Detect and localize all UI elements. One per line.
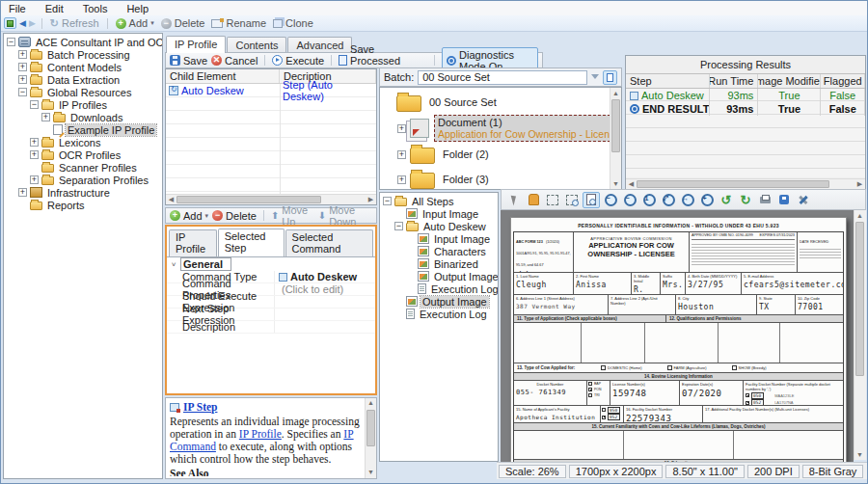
move-down-button[interactable]: ⬇Move Down bbox=[318, 204, 372, 228]
expander-icon[interactable] bbox=[7, 38, 15, 46]
viewer-tool[interactable] bbox=[505, 192, 523, 208]
refresh-button[interactable]: ↻Refresh bbox=[48, 17, 101, 30]
expander-icon[interactable] bbox=[397, 175, 406, 184]
expander-icon[interactable] bbox=[30, 150, 39, 159]
viewer-tool[interactable] bbox=[621, 192, 638, 208]
steps-tree-item[interactable]: Output Image bbox=[380, 270, 498, 282]
property-row[interactable]: Description bbox=[167, 321, 375, 334]
results-row[interactable]: END RESULT 93ms True False bbox=[626, 102, 865, 116]
add-button[interactable]: +Add▾ bbox=[114, 17, 156, 29]
nav-tree-item[interactable]: Downloads bbox=[4, 111, 162, 123]
profile-tab[interactable]: Contents bbox=[227, 37, 286, 53]
viewer-vscrollbar[interactable]: ▲▼ bbox=[854, 210, 866, 460]
viewer-tool[interactable] bbox=[737, 192, 754, 208]
grid-row-auto-deskew[interactable]: Auto Deskew Step (Auto Deskew) bbox=[166, 84, 376, 97]
batch-tree-item[interactable]: Folder (2) bbox=[380, 142, 609, 167]
steps-tree-item[interactable]: Characters bbox=[380, 245, 498, 257]
nav-tree-item[interactable]: Global Resources bbox=[4, 86, 162, 98]
nav-tree-item[interactable]: Lexicons bbox=[4, 136, 162, 148]
column-header-image-modified[interactable]: Image Modified bbox=[758, 74, 821, 88]
rename-button[interactable]: Rename bbox=[209, 17, 268, 29]
viewer-tool[interactable] bbox=[775, 192, 793, 208]
viewer-tool[interactable] bbox=[698, 192, 716, 208]
save-button[interactable]: Save bbox=[170, 55, 207, 67]
viewer-tool[interactable] bbox=[525, 192, 542, 208]
steps-tree-item[interactable]: Input Image bbox=[380, 232, 498, 245]
viewer-tool[interactable] bbox=[583, 192, 600, 208]
move-up-button[interactable]: ⬆Move Up bbox=[271, 204, 314, 228]
expander-icon[interactable] bbox=[394, 222, 403, 230]
menu-item[interactable]: Edit bbox=[45, 3, 64, 14]
execute-button[interactable]: Execute bbox=[272, 55, 324, 67]
nav-tree-item[interactable]: Reports bbox=[4, 199, 162, 211]
cancel-button[interactable]: ✕Cancel bbox=[211, 55, 258, 67]
navigator-icon[interactable] bbox=[4, 17, 16, 29]
property-row[interactable]: Next Step Expression bbox=[167, 309, 375, 321]
help-vscrollbar[interactable]: ▲▼ bbox=[365, 398, 376, 478]
nav-tree-item[interactable]: Example IP Profile bbox=[4, 123, 162, 136]
batch-tree-item[interactable]: 00 Source Set bbox=[380, 90, 609, 115]
batch-tree-item[interactable]: Document (1)Application for Cow Ownershi… bbox=[380, 115, 609, 142]
steps-tree-item[interactable]: Auto Deskew bbox=[380, 220, 498, 232]
steps-tree-item[interactable]: Execution Log bbox=[380, 282, 498, 295]
expander-icon[interactable] bbox=[18, 75, 27, 84]
expander-icon[interactable] bbox=[18, 88, 27, 96]
viewer-tool[interactable] bbox=[640, 192, 658, 208]
step-delete-button[interactable]: −Delete bbox=[212, 210, 257, 222]
expander-icon[interactable] bbox=[18, 63, 27, 71]
steps-tree-item[interactable]: All Steps bbox=[380, 195, 498, 207]
batch-tree-item[interactable]: Folder (3) bbox=[380, 167, 609, 189]
nav-tree-item[interactable]: ACE Consultant IP and OCR bbox=[4, 36, 162, 48]
steps-tree-item[interactable]: Output Image bbox=[380, 295, 498, 308]
property-value[interactable]: (Click to edit) bbox=[275, 283, 375, 295]
viewer-tool[interactable] bbox=[718, 192, 735, 208]
expander-icon[interactable] bbox=[41, 113, 50, 121]
nav-tree-item[interactable]: Batch Processing bbox=[4, 48, 162, 61]
step-add-dropdown-icon[interactable]: ▾ bbox=[205, 212, 209, 220]
expander-icon[interactable] bbox=[18, 50, 27, 59]
results-row[interactable]: Auto Deskew 93ms True False bbox=[626, 89, 865, 102]
expander-icon[interactable] bbox=[397, 124, 406, 133]
column-header-child-element[interactable]: Child Element bbox=[166, 69, 280, 83]
back-button[interactable]: ◀ bbox=[19, 17, 26, 29]
viewer-tool[interactable] bbox=[795, 192, 812, 208]
nav-tree-item[interactable]: Infrastructure bbox=[4, 186, 162, 199]
menu-item[interactable]: File bbox=[9, 3, 26, 14]
delete-button[interactable]: −Delete bbox=[159, 17, 207, 29]
nav-tree-item[interactable]: Separation Profiles bbox=[4, 174, 162, 186]
nav-tree-item[interactable]: Data Extraction bbox=[4, 73, 162, 86]
expander-icon[interactable] bbox=[383, 197, 392, 205]
batch-vscrollbar[interactable]: ▲▼ bbox=[610, 88, 621, 189]
expander-icon[interactable] bbox=[18, 188, 27, 197]
viewer-tool[interactable] bbox=[679, 192, 696, 208]
expander-icon[interactable] bbox=[397, 150, 406, 159]
ip-step-link[interactable]: IP Step bbox=[183, 401, 217, 414]
property-value[interactable]: Auto Deskew bbox=[275, 271, 375, 282]
step-add-button[interactable]: +Add▾ bbox=[170, 210, 208, 222]
expander-icon[interactable] bbox=[30, 175, 39, 184]
clone-button[interactable]: Clone bbox=[271, 17, 315, 29]
forward-button[interactable]: ▶ bbox=[29, 17, 36, 29]
step-tab[interactable]: IP Profile bbox=[169, 229, 217, 256]
nav-tree-item[interactable]: OCR Profiles bbox=[4, 148, 162, 161]
column-header-flagged[interactable]: Flagged bbox=[821, 74, 865, 88]
expander-icon[interactable] bbox=[30, 100, 39, 109]
nav-tree-item[interactable]: IP Profiles bbox=[4, 98, 162, 111]
column-header-step[interactable]: Step bbox=[626, 74, 710, 88]
steps-tree-item[interactable]: Input Image bbox=[380, 207, 498, 220]
batch-combo[interactable]: 00 Source Set bbox=[418, 70, 587, 85]
nav-tree-item[interactable]: Scanner Profiles bbox=[4, 161, 162, 174]
steps-tree-item[interactable]: Binarized bbox=[380, 257, 498, 270]
page-view-button[interactable] bbox=[603, 70, 617, 85]
steps-tree-item[interactable]: Execution Log bbox=[380, 308, 498, 320]
expander-icon[interactable] bbox=[30, 138, 39, 147]
viewer-tool[interactable] bbox=[544, 192, 561, 208]
menu-item[interactable]: Tools bbox=[83, 3, 108, 14]
step-tab[interactable]: Selected Command bbox=[285, 229, 373, 256]
nav-tree-item[interactable]: Content Models bbox=[4, 61, 162, 73]
viewer-tool[interactable] bbox=[563, 192, 581, 208]
filter-icon[interactable] bbox=[591, 74, 599, 79]
collapse-icon[interactable]: ˅ bbox=[167, 260, 180, 269]
results-hscrollbar[interactable]: ◀▶ bbox=[626, 178, 865, 189]
property-category[interactable]: ˅ General bbox=[167, 257, 375, 271]
